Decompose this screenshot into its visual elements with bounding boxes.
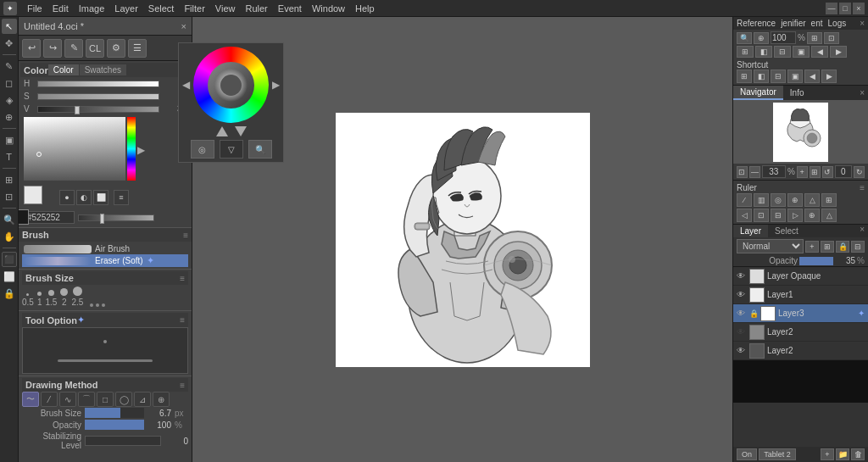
tool-eraser[interactable]: ◻ [2, 75, 17, 91]
wheel-arrow-left[interactable]: ◀ [182, 79, 190, 91]
wheel-arrow-right[interactable]: ▶ [272, 79, 280, 91]
size-preset-4[interactable]: 2.5 [71, 287, 83, 307]
brush-tool-btn[interactable]: ✎ [64, 39, 83, 58]
method-ellipse[interactable]: ◯ [115, 392, 132, 407]
size-preset-1[interactable]: 1 [37, 292, 42, 307]
layer-item-opaque[interactable]: 👁 Layer Opaque [733, 267, 868, 286]
ref-fit[interactable]: ⊞ [807, 32, 822, 44]
nav-panel-close[interactable]: × [860, 88, 865, 97]
h-slider[interactable] [37, 81, 159, 87]
settings-button[interactable]: ⚙ [107, 39, 125, 58]
layer-panel-close[interactable]: × [860, 225, 865, 237]
layer-eye-1[interactable]: 👁 [737, 290, 747, 299]
menu-file[interactable]: File [22, 3, 47, 14]
ref-zoom-input[interactable]: 100 [771, 31, 796, 44]
color-gradient-wrapper[interactable] [24, 117, 125, 181]
tool-option-menu[interactable]: ≡ [180, 315, 185, 325]
ruler-btn-7[interactable]: ◁ [737, 209, 752, 222]
wheel-down-arrow[interactable] [235, 126, 247, 136]
undo-button[interactable]: ↩ [22, 39, 41, 58]
layer-folder-btn[interactable]: 📁 [836, 448, 849, 460]
color-mode-normal[interactable]: ● [59, 190, 75, 205]
ref-tab-logs[interactable]: Logs [828, 19, 847, 28]
nav-zoom-input[interactable]: 33 [762, 165, 786, 178]
tool-crop[interactable]: ⊡ [2, 189, 17, 204]
ref-btn-4[interactable]: ▣ [793, 46, 810, 58]
layer-item-2a[interactable]: 👁 Layer2 [733, 323, 868, 342]
ruler-panel-menu[interactable]: ≡ [860, 183, 865, 192]
redo-button[interactable]: ↪ [43, 39, 62, 58]
ref-zoom-in[interactable]: ⊕ [754, 32, 769, 44]
final-color-slider[interactable] [78, 214, 154, 221]
menu-event[interactable]: Event [273, 3, 307, 14]
nav-zoom-in[interactable]: + [797, 166, 808, 178]
menu-filter[interactable]: Filter [179, 3, 209, 14]
color-mode-3[interactable]: ⬜ [93, 190, 108, 205]
tool-text[interactable]: T [2, 149, 17, 164]
document-close[interactable]: × [181, 21, 186, 31]
shortcut-btn-3[interactable]: ⊟ [771, 70, 786, 83]
color-wheel[interactable] [193, 47, 269, 123]
ruler-btn-4[interactable]: ⊕ [787, 193, 803, 207]
ref-zoom-out[interactable]: 🔍 [737, 32, 752, 44]
menu-select[interactable]: Select [143, 3, 180, 14]
s-slider[interactable] [37, 93, 159, 100]
brush-size-bar[interactable] [85, 408, 144, 418]
shortcut-btn-6[interactable]: ▶ [821, 70, 837, 83]
brush-size-menu[interactable]: ≡ [180, 274, 185, 283]
ref-panel-close[interactable]: × [860, 19, 865, 28]
shortcut-btn-5[interactable]: ◀ [804, 70, 820, 83]
method-bezier[interactable]: ∿ [59, 392, 76, 407]
brush-item-airbrush[interactable]: Air Brush [22, 243, 188, 254]
ref-btn-1[interactable]: ⊞ [737, 46, 754, 58]
clear-button[interactable]: CL [86, 39, 104, 58]
foreground-color[interactable] [24, 186, 42, 204]
navigator-tab[interactable]: Navigator [733, 86, 783, 100]
eraser-star[interactable]: ✦ [147, 255, 154, 266]
ruler-btn-3[interactable]: ◎ [771, 193, 786, 207]
maximize-button[interactable]: □ [839, 3, 851, 14]
ref-btn-2[interactable]: ◧ [755, 46, 772, 58]
layer-lock-3[interactable]: 🔒 [749, 309, 758, 318]
size-preset-2[interactable]: 1.5 [45, 290, 57, 307]
tool-move[interactable]: ✥ [2, 36, 17, 51]
opacity-bar[interactable] [85, 420, 144, 430]
color-tab[interactable]: Color [48, 64, 79, 75]
ruler-btn-9[interactable]: ⊟ [771, 209, 786, 222]
close-button[interactable]: × [853, 3, 865, 14]
ref-actual[interactable]: ⊡ [824, 32, 839, 44]
ruler-btn-2[interactable]: ▥ [754, 193, 769, 207]
shortcut-btn-4[interactable]: ▣ [787, 70, 803, 83]
ruler-btn-10[interactable]: ▷ [787, 209, 803, 222]
layer-item-3[interactable]: 👁 🔒 Layer3 ✦ [733, 304, 868, 323]
layer-eye-3[interactable]: 👁 [737, 309, 747, 318]
method-line[interactable]: ∕ [41, 392, 58, 407]
shortcut-btn-2[interactable]: ◧ [754, 70, 769, 83]
color-menu-btn[interactable]: ≡ [114, 190, 129, 205]
hue-strip[interactable] [127, 117, 136, 181]
method-freehand[interactable]: 〜 [22, 392, 39, 407]
ruler-btn-11[interactable]: ⊕ [804, 209, 820, 222]
select-tab[interactable]: Select [768, 225, 805, 237]
opacity-slider-bar[interactable] [799, 257, 833, 265]
v-slider[interactable] [37, 106, 159, 113]
tool-frame[interactable]: ⬜ [2, 269, 17, 284]
nav-rotate-left[interactable]: ↺ [822, 166, 833, 178]
layer-add-btn[interactable]: + [821, 448, 834, 460]
menu-layer[interactable]: Layer [109, 3, 143, 14]
menu-view[interactable]: View [210, 3, 241, 14]
ruler-btn-6[interactable]: ⊞ [821, 193, 837, 207]
wheel-up-arrow[interactable] [216, 126, 228, 136]
size-preset-3[interactable]: 2 [60, 288, 68, 307]
layer-copy[interactable]: ⊞ [821, 241, 834, 253]
ruler-btn-8[interactable]: ⊡ [754, 209, 769, 222]
nav-fit-width[interactable]: ⊞ [810, 166, 821, 178]
wheel-option-btn3[interactable]: 🔍 [248, 140, 272, 159]
tool-select[interactable]: ↖ [2, 19, 17, 34]
wheel-option-btn1[interactable]: ◎ [191, 140, 214, 159]
tool-eyedropper[interactable]: ⊕ [2, 109, 17, 125]
shortcut-btn-1[interactable]: ⊞ [737, 70, 752, 83]
ruler-btn-1[interactable]: ∕ [737, 193, 752, 207]
layer-trash-btn[interactable]: 🗑 [851, 448, 865, 460]
background-color[interactable] [19, 209, 29, 225]
